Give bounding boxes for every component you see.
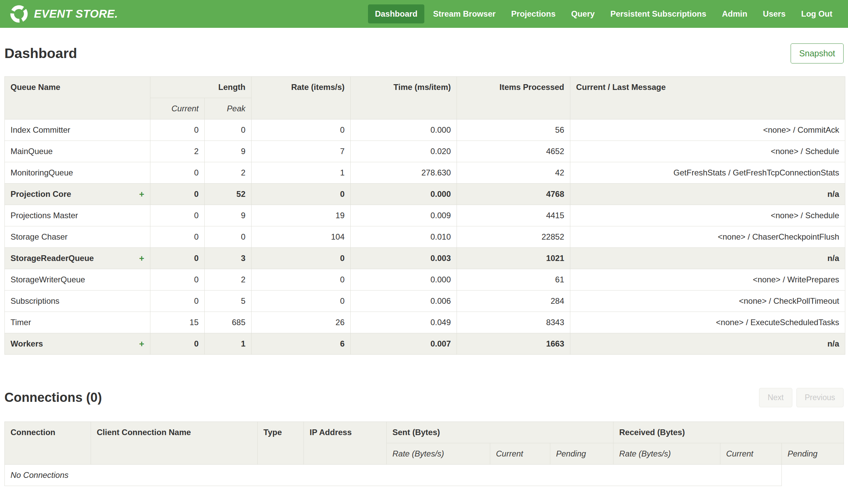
nav-item-projections[interactable]: Projections: [504, 4, 562, 23]
queue-name: Storage Chaser: [11, 232, 68, 241]
queue-name: Projection Core: [11, 190, 71, 199]
queues-table-header: Queue Name Length Rate (items/s) Time (m…: [5, 77, 845, 120]
nav-item-log-out[interactable]: Log Out: [794, 4, 839, 23]
queue-row: Projection Core+05200.0004768n/a: [5, 184, 845, 205]
col-header-sent-rate: Rate (Bytes/s): [387, 443, 490, 465]
col-header-queue-name: Queue Name: [5, 77, 150, 120]
connections-table-header: Connection Client Connection Name Type I…: [5, 422, 844, 465]
no-connections-row: No Connections: [5, 465, 844, 486]
nav-item-persistent-subscriptions[interactable]: Persistent Subscriptions: [603, 4, 713, 23]
empty-cell: [782, 465, 844, 486]
connections-table-body: No Connections: [5, 465, 844, 486]
expand-icon[interactable]: +: [139, 189, 144, 199]
queue-name-cell: StorageReaderQueue+: [5, 248, 150, 269]
message-cell: n/a: [570, 333, 845, 355]
queue-name-cell: Subscriptions: [5, 290, 150, 312]
nav-item-query[interactable]: Query: [564, 4, 601, 23]
time-cell: 0.000: [351, 269, 457, 290]
queues-table-body: Index Committer0000.00056<none> / Commit…: [5, 120, 845, 355]
queue-row: StorageReaderQueue+0300.0031021n/a: [5, 248, 845, 269]
current-cell: 2: [150, 141, 205, 162]
time-cell: 0.020: [351, 141, 457, 162]
rate-cell: 1: [252, 162, 351, 184]
col-header-received-pending: Pending: [782, 443, 844, 465]
col-header-sent-current: Current: [490, 443, 550, 465]
current-cell: 0: [150, 120, 205, 141]
peak-cell: 52: [205, 184, 252, 205]
queue-name: Subscriptions: [11, 296, 59, 305]
queue-name: Projections Master: [11, 211, 78, 220]
queue-row: Index Committer0000.00056<none> / Commit…: [5, 120, 845, 141]
col-header-rate: Rate (items/s): [252, 77, 351, 120]
rate-cell: 0: [252, 120, 351, 141]
queue-row: Timer15685260.0498343<none> / ExecuteSch…: [5, 312, 845, 333]
queue-row: MonitoringQueue021278.63042GetFreshStats…: [5, 162, 845, 184]
peak-cell: 9: [205, 141, 252, 162]
items-processed-cell: 22852: [457, 227, 570, 248]
rate-cell: 0: [252, 248, 351, 269]
next-button[interactable]: Next: [759, 388, 792, 407]
rate-cell: 6: [252, 333, 351, 355]
col-header-received-rate: Rate (Bytes/s): [613, 443, 720, 465]
nav-item-admin[interactable]: Admin: [715, 4, 754, 23]
queue-name: Workers: [11, 339, 43, 348]
rate-cell: 0: [252, 290, 351, 312]
col-header-ip-address: IP Address: [304, 422, 387, 465]
queue-name-cell: StorageWriterQueue: [5, 269, 150, 290]
rate-cell: 26: [252, 312, 351, 333]
queue-row: StorageWriterQueue0200.00061<none> / Wri…: [5, 269, 845, 290]
connections-pager: Next Previous: [759, 388, 844, 407]
items-processed-cell: 1021: [457, 248, 570, 269]
message-cell: GetFreshStats / GetFreshTcpConnectionSta…: [570, 162, 845, 184]
time-cell: 0.000: [351, 184, 457, 205]
message-cell: <none> / WritePrepares: [570, 269, 845, 290]
page-title: Dashboard: [4, 46, 77, 61]
items-processed-cell: 61: [457, 269, 570, 290]
time-cell: 0.000: [351, 120, 457, 141]
queue-name: Timer: [11, 318, 31, 327]
queue-row: Subscriptions0500.006284<none> / CheckPo…: [5, 290, 845, 312]
col-header-received-bytes: Received (Bytes): [613, 422, 844, 443]
col-header-items-processed: Items Processed: [457, 77, 570, 120]
rate-cell: 104: [252, 227, 351, 248]
queue-name-cell: Timer: [5, 312, 150, 333]
connections-table: Connection Client Connection Name Type I…: [4, 421, 844, 486]
nav-menu: DashboardStream BrowserProjectionsQueryP…: [368, 4, 839, 23]
col-header-received-current: Current: [720, 443, 782, 465]
current-cell: 0: [150, 162, 205, 184]
rate-cell: 0: [252, 269, 351, 290]
col-header-sent-pending: Pending: [550, 443, 613, 465]
brand-link[interactable]: EVENT STORE.: [10, 4, 118, 23]
queue-name-cell: Workers+: [5, 333, 150, 355]
col-header-peak: Peak: [205, 98, 252, 120]
queue-name: MainQueue: [11, 147, 53, 156]
message-cell: <none> / ChaserCheckpointFlush: [570, 227, 845, 248]
previous-button[interactable]: Previous: [796, 388, 844, 407]
queue-name: Index Committer: [11, 125, 70, 134]
items-processed-cell: 4768: [457, 184, 570, 205]
queue-name: MonitoringQueue: [11, 168, 73, 177]
time-cell: 0.003: [351, 248, 457, 269]
time-cell: 0.010: [351, 227, 457, 248]
col-header-time: Time (ms/item): [351, 77, 457, 120]
col-header-message: Current / Last Message: [570, 77, 845, 120]
expand-icon[interactable]: +: [139, 253, 144, 263]
top-navbar: EVENT STORE. DashboardStream BrowserProj…: [0, 0, 848, 28]
col-header-current: Current: [150, 98, 205, 120]
peak-cell: 3: [205, 248, 252, 269]
queue-name-cell: MonitoringQueue: [5, 162, 150, 184]
nav-item-users[interactable]: Users: [756, 4, 792, 23]
col-header-length: Length: [150, 77, 252, 98]
nav-item-dashboard[interactable]: Dashboard: [368, 4, 424, 23]
col-header-type: Type: [258, 422, 304, 465]
items-processed-cell: 1663: [457, 333, 570, 355]
peak-cell: 1: [205, 333, 252, 355]
queue-name: StorageWriterQueue: [11, 275, 85, 284]
queue-row: Projections Master09190.0094415<none> / …: [5, 205, 845, 227]
snapshot-button[interactable]: Snapshot: [791, 43, 844, 64]
expand-icon[interactable]: +: [139, 339, 144, 349]
peak-cell: 2: [205, 162, 252, 184]
items-processed-cell: 4652: [457, 141, 570, 162]
nav-item-stream-browser[interactable]: Stream Browser: [426, 4, 502, 23]
items-processed-cell: 42: [457, 162, 570, 184]
